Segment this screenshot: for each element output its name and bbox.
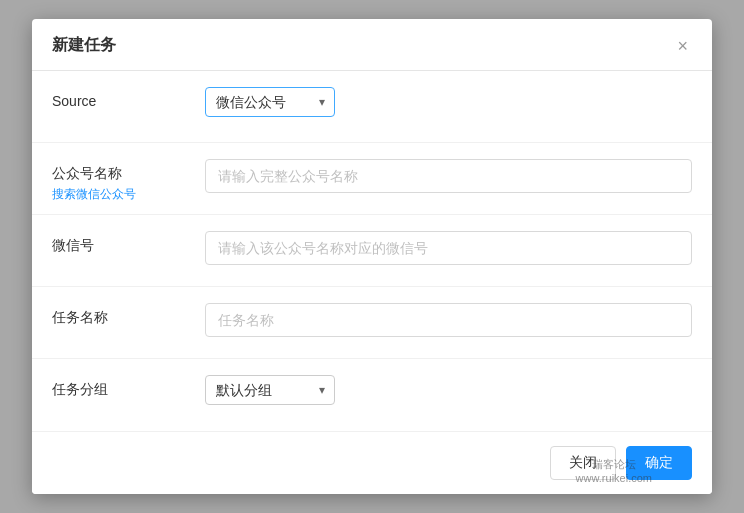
source-select-wrapper: 微信公众号: [205, 87, 335, 117]
dialog-body: Source 微信公众号 公众号名称 搜索微信公众号: [32, 71, 712, 431]
form-label-cell-task-group: 任务分组: [32, 359, 195, 409]
form-control-cell-task-group: 默认分组: [195, 359, 712, 421]
form-row-account-name: 公众号名称 搜索微信公众号: [32, 143, 712, 215]
wechat-id-input[interactable]: [205, 231, 692, 265]
wechat-id-label: 微信号: [52, 237, 94, 255]
form-label-cell-task-name: 任务名称: [32, 287, 195, 337]
form-row-source: Source 微信公众号: [32, 71, 712, 143]
dialog-header: 新建任务 ×: [32, 19, 712, 71]
task-group-label: 任务分组: [52, 381, 108, 399]
watermark: 瑞客论坛 www.ruikei.com: [576, 457, 652, 484]
form-control-cell-account-name: [195, 143, 712, 209]
account-name-label: 公众号名称: [52, 165, 122, 183]
close-icon[interactable]: ×: [673, 37, 692, 55]
task-group-select-wrapper: 默认分组: [205, 375, 335, 405]
form-label-cell-account-name: 公众号名称 搜索微信公众号: [32, 143, 195, 213]
search-wechat-link[interactable]: 搜索微信公众号: [52, 186, 136, 203]
task-group-select[interactable]: 默认分组: [205, 375, 335, 405]
task-name-input[interactable]: [205, 303, 692, 337]
form-row-task-group: 任务分组 默认分组: [32, 359, 712, 431]
watermark-line2: www.ruikei.com: [576, 472, 652, 484]
form-control-cell-source: 微信公众号: [195, 71, 712, 133]
form-row-task-name: 任务名称: [32, 287, 712, 359]
account-name-input[interactable]: [205, 159, 692, 193]
form-label-cell-wechat-id: 微信号: [32, 215, 195, 265]
form-control-cell-task-name: [195, 287, 712, 353]
form-label-cell-source: Source: [32, 71, 195, 119]
task-name-label: 任务名称: [52, 309, 108, 327]
dialog-overlay: 新建任务 × Source 微信公众号: [0, 0, 744, 513]
form-row-wechat-id: 微信号: [32, 215, 712, 287]
dialog-title: 新建任务: [52, 35, 116, 56]
source-select[interactable]: 微信公众号: [205, 87, 335, 117]
source-label: Source: [52, 93, 96, 109]
watermark-line1: 瑞客论坛: [576, 457, 652, 472]
dialog: 新建任务 × Source 微信公众号: [32, 19, 712, 494]
form-control-cell-wechat-id: [195, 215, 712, 281]
